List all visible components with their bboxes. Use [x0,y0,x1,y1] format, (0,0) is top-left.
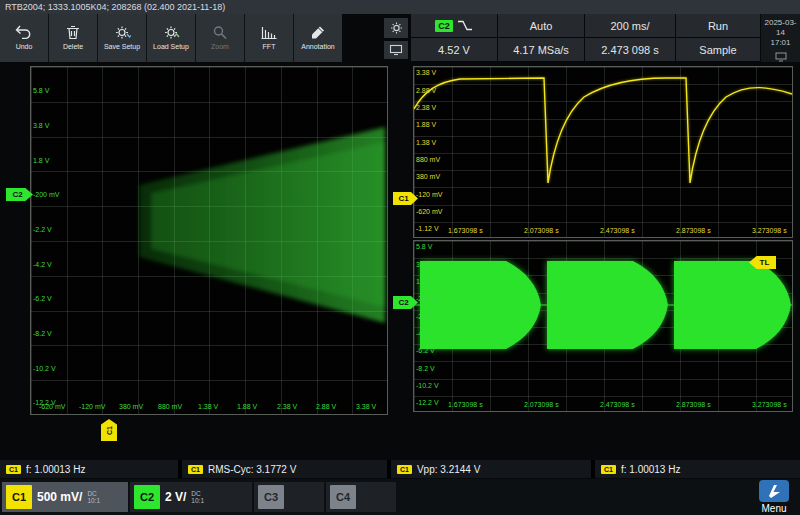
axis-tick-label: 2.873098 s [676,401,711,409]
xy-y-source-marker[interactable]: C2 [6,188,33,201]
measurement-value: Vpp: 3.2144 V [417,464,480,475]
timebase-cell[interactable]: 200 ms/ [585,14,675,37]
display-button[interactable] [384,41,408,59]
measurement-value: f: 1.00013 Hz [26,464,85,475]
acquisition-mode-cell[interactable]: Sample [676,38,760,61]
axis-tick-label: 3.273098 s [752,401,787,409]
measurement-source-badge: C1 [601,465,616,474]
channel-bar: C1 500 mV/ DC 10:1 C2 2 V/ DC 10:1 C3 C4 [0,479,800,515]
pencil-icon [310,25,326,40]
undo-icon [15,25,33,40]
axis-tick-label: -2.2 V [416,313,435,321]
run-state-cell[interactable]: Run [676,14,760,37]
ch1-trace [414,67,792,237]
measurement-1[interactable]: C1 f: 1.00013 Hz [0,460,178,478]
time-label: 17:01 [761,38,800,48]
axis-tick-label: 3.8 V [416,261,432,269]
channel-scale: 500 mV/ [37,490,82,504]
axis-tick-label: -4.2 V [33,261,52,269]
measurement-value: RMS-Cyc: 3.1772 V [208,464,296,475]
annotation-button[interactable]: Annotation [294,14,342,62]
trigger-source-cell[interactable]: C2 [411,14,497,37]
measurement-4[interactable]: C1 f: 1.00013 Hz [595,460,800,478]
trigger-level-cell[interactable]: 4.52 V [411,38,497,61]
axis-tick-label: -2.2 V [33,226,52,234]
axis-tick-label: -10.2 V [416,382,439,390]
axis-tick-label: 1.88 V [416,121,436,129]
save-setup-button[interactable]: Save Setup [98,14,146,62]
window-title: RTB2004; 1333.1005K04; 208268 (02.400 20… [0,0,800,14]
delete-button[interactable]: Delete [49,14,97,62]
measurement-value: f: 1.00013 Hz [621,464,680,475]
axis-tick-label: 880 mV [416,156,440,164]
axis-tick-label: -200 mV [416,295,442,303]
axis-tick-label: 1.38 V [198,403,218,411]
marker-label: C1 [105,426,112,435]
axis-tick-label: -200 mV [33,191,59,199]
axis-tick-label: 880 mV [158,403,182,411]
trigger-slope-falling-icon [457,19,473,32]
fft-button[interactable]: FFT [245,14,293,62]
probe-label: 10:1 [87,497,100,504]
settings-gear-button[interactable] [384,18,408,38]
status-bar: C2 Auto 200 ms/ Run 4.52 V 4.17 MSa/s 2.… [411,14,760,62]
channel-badge: C3 [258,485,284,509]
xy-x-source-marker[interactable]: C1 [101,419,117,441]
measurement-source-badge: C1 [188,465,203,474]
marker-label: C2 [12,190,22,199]
gear-load-icon [163,25,180,40]
axis-tick-label: -120 mV [79,403,105,411]
trigger-source-badge: C2 [435,20,453,32]
ch1-waveform-panel[interactable]: 3.38 V 2.88 V 2.38 V 1.88 V 1.38 V 880 m… [413,66,793,238]
toolbar: Undo Delete Save Setup Load Setup Zoom [0,14,342,62]
measurement-source-badge: C1 [6,465,21,474]
axis-tick-label: 1.88 V [237,403,257,411]
channel-c4-button[interactable]: C4 [326,482,396,512]
measurement-3[interactable]: C1 Vpp: 3.2144 V [391,460,591,478]
toolbar-button-label: FFT [263,43,276,51]
channel-meta: DC 10:1 [191,490,204,504]
axis-tick-label: 3.38 V [356,403,376,411]
channel-c2-button[interactable]: C2 2 V/ DC 10:1 [130,482,252,512]
axis-tick-label: 2.873098 s [676,227,711,235]
datetime-display[interactable]: 2025-03-14 17:01 [761,14,800,62]
toolbar-button-label: Delete [63,43,83,51]
xy-trace [31,67,387,414]
axis-tick-label: -6.2 V [33,295,52,303]
axis-tick-label: 2.88 V [316,403,336,411]
xy-display-panel[interactable]: 5.8 V 3.8 V 1.8 V -200 mV -2.2 V -4.2 V … [30,66,388,415]
date-label: 2025-03-14 [761,18,800,38]
axis-tick-label: 2.88 V [416,87,436,95]
marker-label: C2 [398,298,408,307]
axis-tick-label: 2.38 V [416,104,436,112]
axis-tick-label: -1.12 V [416,225,439,233]
trash-icon [65,25,81,40]
axis-tick-label: -8.2 V [416,365,435,373]
horizontal-position-cell[interactable]: 2.473 098 s [585,38,675,61]
axis-tick-label: -4.2 V [416,330,435,338]
trigger-mode-cell[interactable]: Auto [498,14,584,37]
monitor-icon [389,44,403,56]
load-setup-button[interactable]: Load Setup [147,14,195,62]
axis-tick-label: -10.2 V [33,365,56,373]
screenshot-icon[interactable] [775,52,787,62]
toolbar-button-label: Save Setup [104,43,140,51]
oscilloscope-screen: RTB2004; 1333.1005K04; 208268 (02.400 20… [0,0,800,515]
measurement-2[interactable]: C1 RMS-Cyc: 3.1772 V [182,460,387,478]
ch2-waveform-panel[interactable]: 5.8 V 3.8 V 1.8 V -200 mV -2.2 V -4.2 V … [413,240,793,412]
toolbar-button-label: Load Setup [153,43,189,51]
undo-button[interactable]: Undo [0,14,48,62]
channel-c1-button[interactable]: C1 500 mV/ DC 10:1 [2,482,128,512]
ch2-trace [414,241,792,411]
menu-button[interactable]: Menu [748,480,800,514]
axis-tick-label: 380 mV [416,173,440,181]
gear-save-icon [114,25,131,40]
axis-tick-label: 5.8 V [33,87,49,95]
channel-c3-button[interactable]: C3 [254,482,324,512]
axis-tick-label: 3.8 V [33,122,49,130]
channel-meta: DC 10:1 [87,490,100,504]
toolbar-button-label: Undo [16,43,33,51]
marker-label: C1 [398,194,408,203]
axis-tick-label: 2.073098 s [524,227,559,235]
measurement-bar: C1 f: 1.00013 Hz C1 RMS-Cyc: 3.1772 V C1… [0,460,800,478]
